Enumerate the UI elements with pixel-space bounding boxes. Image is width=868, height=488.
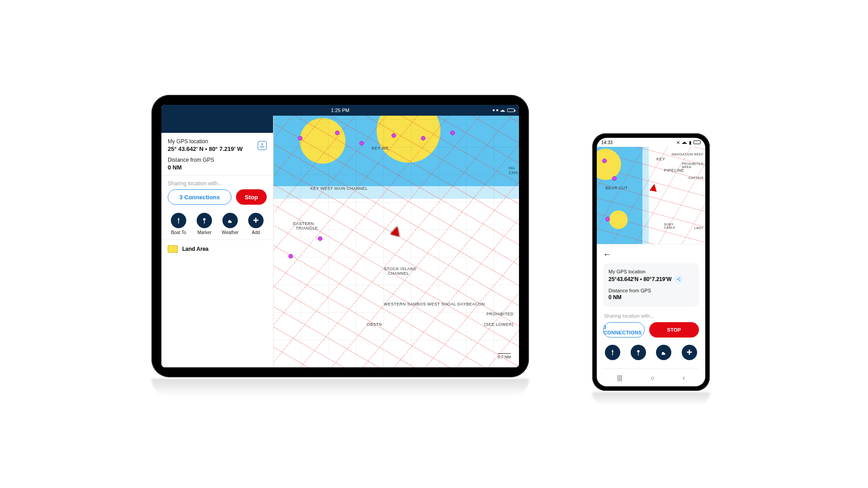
gps-label: My GPS location (609, 269, 693, 274)
share-button[interactable] (258, 141, 267, 150)
land-label: Land Area (182, 246, 208, 252)
back-button[interactable]: ← (603, 250, 611, 259)
weather-icon (222, 213, 238, 228)
buoy-icon (602, 159, 607, 163)
gps-card: My GPS location 25°43.642'N • 80°7.219'W… (603, 263, 699, 307)
boat-position-icon (390, 225, 401, 236)
svg-point-3 (679, 280, 680, 281)
boat-to-button[interactable] (605, 345, 620, 360)
distance-label: Distance from GPS (609, 288, 693, 293)
phone-screen: 14:33 ✕ ▮ KEY BEAR CUT PIPELINE NAVIGATI… (597, 138, 705, 386)
recents-button[interactable]: ||| (617, 374, 622, 381)
buoy-icon (288, 254, 293, 258)
distance-value: 0 NM (168, 164, 267, 171)
buoy-icon (335, 131, 340, 135)
tablet-status-right (493, 108, 514, 112)
tablet-time: 1:25 PM (331, 108, 349, 113)
phone-bottom-panel: ← My GPS location 25°43.642'N • 80°7.219… (597, 244, 705, 386)
distance-value: 0 NM (609, 294, 693, 300)
weather-button[interactable] (656, 345, 671, 360)
marker-label: Marker (197, 230, 211, 235)
buoy-icon (450, 131, 455, 135)
weather-button[interactable]: Weather (219, 213, 241, 235)
gps-coords: 25° 43.642' N • 80° 7.219' W (168, 145, 243, 152)
svg-point-2 (679, 277, 680, 278)
sharing-buttons-row: 3 CONNECTIONS STOP (603, 322, 699, 338)
phone-time: 14:33 (601, 140, 613, 145)
connections-button[interactable]: 3 CONNECTIONS (603, 322, 645, 338)
add-button[interactable]: + (682, 345, 697, 360)
svg-point-4 (637, 350, 639, 352)
map-label-captain: CAPTAIN (689, 176, 703, 179)
boat-position-icon (649, 183, 658, 192)
stop-button[interactable]: Stop (236, 189, 267, 205)
buoy-icon (421, 136, 425, 141)
mute-icon: ✕ (676, 140, 680, 145)
buoy-icon (298, 136, 302, 141)
share-icon (259, 143, 265, 148)
map-label-bearcut: BEAR CUT (605, 186, 628, 190)
gps-coords: 25°43.642'N • 80°7.219'W (609, 276, 672, 282)
back-nav-button[interactable]: ‹ (683, 374, 685, 381)
svg-point-0 (203, 218, 205, 221)
home-button[interactable]: ○ (651, 374, 654, 381)
map-label-prohibited: PROHIBITED (486, 312, 514, 316)
map-label-key: KEY (656, 157, 665, 161)
phone-statusbar: 14:33 ✕ ▮ (597, 138, 705, 147)
nautical-chart[interactable]: KEY WE KEY WEST MAIN CHANNEL EASTERN TRI… (274, 116, 519, 367)
marker-button[interactable] (631, 345, 646, 360)
map-label-prohibited: PROHIBITED AREA (682, 162, 703, 169)
signal-icon: ▮ (689, 140, 692, 145)
map-label-keywe: KEY WE (372, 146, 389, 150)
wifi-icon (500, 109, 505, 112)
back-row: ← (603, 249, 699, 260)
tablet-statusbar: 1:25 PM (161, 105, 519, 116)
signal-icon (493, 109, 495, 111)
buoy-icon (359, 141, 364, 145)
map-label-eastern: EASTERN TRIANGLE (293, 221, 318, 230)
tablet-sidepanel: My GPS location 25° 43.642' N • 80° 7.21… (161, 116, 274, 367)
legend-row[interactable]: Land Area (161, 239, 273, 258)
tablet-device: 1:25 PM My GPS location 25° 43.642' N • … (151, 95, 529, 377)
share-icon (676, 277, 681, 282)
quick-actions-row: Boat To Marker Weather (161, 210, 273, 239)
distance-label: Distance from GPS (168, 157, 267, 163)
add-label: Add (252, 230, 260, 235)
tablet-screen: 1:25 PM My GPS location 25° 43.642' N • … (161, 105, 519, 367)
tablet-body: My GPS location 25° 43.642' N • 80° 7.21… (161, 116, 519, 367)
wifi-icon (682, 141, 687, 144)
quick-actions-row: + (603, 338, 699, 360)
svg-point-1 (677, 279, 678, 280)
buoy-icon (612, 176, 617, 181)
map-label-channel1: KEY WEST MAIN CHANNEL (310, 186, 368, 191)
android-navbar: ||| ○ ‹ (603, 368, 699, 386)
marker-icon (635, 349, 642, 356)
map-label-pipeline: PIPELINE (664, 168, 684, 173)
phone-reflection (592, 392, 710, 406)
signal-icon (496, 109, 498, 111)
map-label-stockisland: STOCK ISLAND CHANNEL (384, 267, 416, 276)
tablet-navbar (161, 116, 273, 133)
map-label-edge: HA CHA (509, 166, 518, 175)
phone-nautical-chart[interactable]: KEY BEAR CUT PIPELINE NAVIGATION REEF PR… (597, 147, 705, 244)
map-label-obstn: OBSTN (367, 322, 382, 327)
boat-to-button[interactable]: Boat To (168, 213, 189, 235)
phone-device: 14:33 ✕ ▮ KEY BEAR CUT PIPELINE NAVIGATI… (592, 133, 710, 391)
marker-icon (197, 213, 212, 228)
marker-button[interactable]: Marker (193, 213, 215, 235)
map-label-navreef: NAVIGATION REEF (672, 153, 703, 156)
add-button[interactable]: + Add (245, 213, 267, 235)
share-button[interactable] (675, 275, 683, 283)
buoy-icon (392, 133, 396, 138)
connections-button[interactable]: 3 Connections (168, 189, 231, 205)
map-scale: 0.7 NM (498, 353, 511, 359)
gps-card: My GPS location 25° 43.642' N • 80° 7.21… (161, 133, 273, 176)
buoy-icon (605, 217, 610, 221)
weather-label: Weather (222, 230, 239, 235)
stop-button[interactable]: STOP (649, 322, 699, 338)
map-label-suby: SUBY CABLE (664, 223, 675, 229)
sharing-hint: Sharing location with... (161, 176, 273, 189)
map-label-western: WESTERN SAMBOS WEST SHOAL DAYBEACON (384, 302, 485, 306)
tablet-reflection (151, 379, 529, 397)
sharing-hint: Sharing location with... (604, 313, 698, 319)
